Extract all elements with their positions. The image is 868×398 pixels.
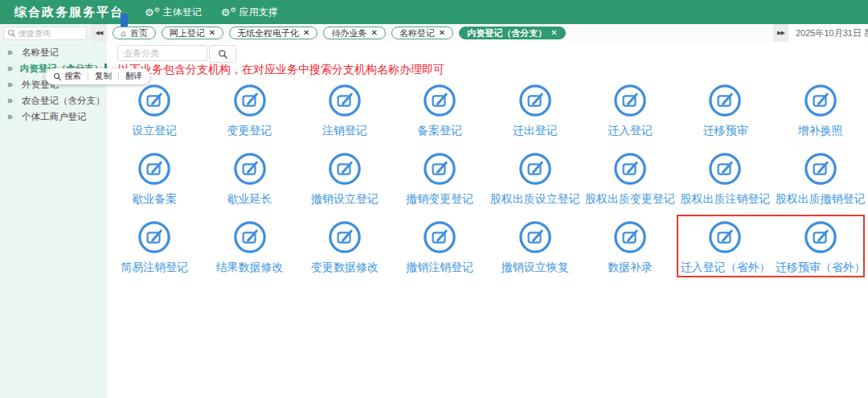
edit-icon [613, 84, 647, 117]
close-icon[interactable]: ✕ [371, 29, 377, 37]
sidebar-item-label: 名称登记 [22, 47, 59, 59]
sidebar-item-name-registration[interactable]: » 名称登记 [0, 44, 107, 60]
tab-name-registration[interactable]: 名称登记 ✕ [391, 27, 453, 39]
service-revoke-establishment[interactable]: 撤销设立登记 [297, 146, 392, 214]
service-label: 歇业备案 [132, 192, 177, 207]
service-label: 设立登记 [132, 124, 177, 138]
edit-icon [804, 220, 837, 254]
gears-icon: ⚙⚙ [145, 7, 160, 18]
service-move-out-registration[interactable]: 迁出登记 [488, 77, 583, 146]
edit-icon [423, 84, 457, 117]
close-icon[interactable]: ✕ [209, 29, 215, 37]
service-migration-preview[interactable]: 迁移预审 [678, 77, 772, 146]
tab-bar: ⌂ 首页 网上登记 ✕ 无纸全程电子化 ✕ 待办业务 ✕ 名称登记 ✕ 内资登记… [107, 24, 773, 42]
search-icon [218, 49, 228, 59]
service-revoke-cancellation[interactable]: 撤销注销登记 [392, 214, 487, 282]
edit-icon [804, 84, 837, 117]
edit-icon [423, 220, 457, 254]
service-label: 迁移预审 [702, 124, 747, 138]
service-data-supplement[interactable]: 数据补录 [583, 214, 678, 282]
service-cancellation-registration[interactable]: 注销登记 [297, 77, 392, 146]
tab-strip-row: ◀◀ ⌂ 首页 网上登记 ✕ 无纸全程电子化 ✕ 待办业务 ✕ 名称登记 ✕ 内… [0, 24, 868, 42]
sidebar-item-label: 农合登记（含分支） [22, 95, 105, 107]
edit-icon [518, 152, 552, 186]
tab-home[interactable]: ⌂ 首页 [113, 27, 156, 39]
quick-search-input[interactable] [18, 29, 83, 38]
edit-icon [423, 152, 457, 186]
service-revoke-establishment-restore[interactable]: 撤销设立恢复 [488, 214, 583, 282]
service-license-replacement[interactable]: 增补换照 [773, 77, 868, 146]
service-label: 增补换照 [798, 124, 843, 138]
service-label: 注销登记 [322, 124, 367, 138]
search-icon [7, 29, 16, 38]
service-move-in-registration-out-of-province[interactable]: 迁入登记（省外） [678, 214, 772, 282]
tabs-scroll-left-button[interactable]: ◀◀ [91, 24, 107, 42]
main-content: 以下业务包含分支机构，在对应业务中搜索分支机构名称办理即可 设立登记 变更登记 … [107, 42, 868, 398]
service-label: 结果数据修改 [216, 261, 284, 275]
edit-icon [518, 220, 552, 254]
close-icon[interactable]: ✕ [303, 29, 309, 37]
service-business-suspension-filing[interactable]: 歇业备案 [107, 146, 202, 214]
service-label: 撤销设立登记 [311, 192, 379, 207]
sidebar-item-label: 个体工商户登记 [22, 111, 87, 123]
quick-search-box[interactable] [3, 27, 87, 40]
divider [118, 72, 119, 80]
service-suspension-extension[interactable]: 歇业延长 [202, 146, 297, 214]
service-equity-pledge-change[interactable]: 股权出质变更登记 [583, 146, 678, 214]
edit-icon [804, 152, 837, 186]
edit-icon [233, 152, 267, 186]
service-equity-pledge-establishment[interactable]: 股权出质设立登记 [488, 146, 583, 214]
menu-item-app-support[interactable]: ⚙⚙ 应用支撑 [221, 6, 278, 19]
service-change-data-modification[interactable]: 变更数据修改 [297, 214, 392, 282]
service-change-registration[interactable]: 变更登记 [202, 77, 297, 146]
tab-paperless[interactable]: 无纸全程电子化 ✕ [229, 27, 317, 39]
service-revoke-change[interactable]: 撤销变更登记 [392, 146, 487, 214]
tab-label: 待办业务 [331, 27, 366, 39]
context-search-item[interactable]: 搜索 [53, 71, 81, 82]
edit-icon [137, 152, 171, 186]
app-title: 综合政务服务平台 [14, 5, 124, 20]
tab-online-registration[interactable]: 网上登记 ✕ [162, 27, 223, 39]
home-icon: ⌂ [121, 29, 126, 38]
service-move-in-registration[interactable]: 迁入登记 [583, 77, 678, 146]
service-simple-cancellation[interactable]: 简易注销登记 [107, 214, 202, 282]
menu-item-subject-registration[interactable]: ⚙⚙ 主体登记 [145, 6, 202, 19]
menu-item-label: 主体登记 [163, 6, 202, 19]
close-icon[interactable]: ✕ [551, 29, 557, 37]
edit-icon [518, 84, 552, 117]
chevron-right-icon: » [7, 79, 22, 90]
close-icon[interactable]: ✕ [439, 29, 445, 37]
edit-icon [328, 84, 362, 117]
sidebar-item-farmers-coop-registration[interactable]: » 农合登记（含分支） [0, 92, 107, 109]
edit-icon [708, 220, 742, 254]
chevron-right-icon: » [7, 63, 20, 74]
service-label: 备案登记 [417, 124, 462, 138]
context-copy-item[interactable]: 复制 [95, 71, 112, 82]
tab-label: 首页 [130, 27, 148, 39]
active-menu-indicator [121, 14, 128, 27]
edit-icon [708, 84, 742, 117]
tab-domestic-registration-active[interactable]: 内资登记（含分支） ✕ [459, 27, 565, 39]
tab-label: 网上登记 [170, 27, 205, 39]
edit-icon [708, 152, 742, 186]
service-label: 撤销注销登记 [406, 261, 473, 275]
business-search [117, 45, 236, 63]
service-equity-pledge-cancellation[interactable]: 股权出质注销登记 [678, 146, 772, 214]
tabs-scroll-right-button[interactable]: ▶▶ [773, 24, 788, 42]
context-translate-item[interactable]: 翻译 [125, 71, 142, 82]
service-equity-pledge-revocation[interactable]: 股权出质撤销登记 [773, 146, 868, 214]
sidebar-item-individual-business-registration[interactable]: » 个体工商户登记 [0, 109, 107, 125]
edit-icon [233, 220, 267, 254]
date-display: 2025年10月31日 星期五 [788, 24, 868, 42]
service-label: 撤销变更登记 [406, 192, 473, 207]
service-label: 迁出登记 [513, 124, 558, 138]
service-result-data-modification[interactable]: 结果数据修改 [202, 214, 297, 282]
selection-context-menu: 搜索 复制 翻译 [45, 68, 150, 84]
tab-pending-business[interactable]: 待办业务 ✕ [323, 27, 385, 39]
service-migration-preview-out-of-province[interactable]: 迁移预审（省外） [773, 214, 868, 282]
business-category-input[interactable] [117, 45, 207, 61]
service-filing-registration[interactable]: 备案登记 [392, 77, 487, 146]
search-button[interactable] [209, 45, 236, 63]
service-establishment-registration[interactable]: 设立登记 [107, 77, 202, 146]
service-label: 迁入登记 [608, 124, 653, 138]
